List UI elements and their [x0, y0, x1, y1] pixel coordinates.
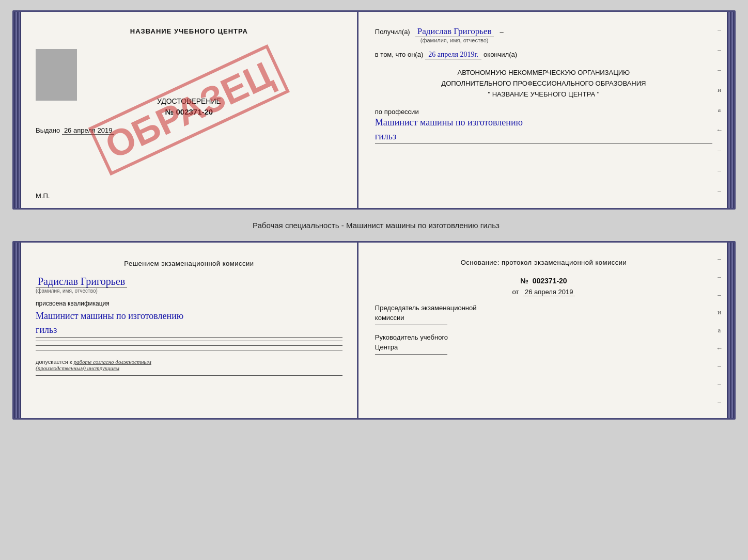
chairman-signature [375, 325, 447, 325]
number-label: № [520, 277, 528, 285]
head-block: Руководитель учебного Центра [375, 333, 712, 355]
org-block: АВТОНОМНУЮ НЕКОММЕРЧЕСКУЮ ОРГАНИЗАЦИЮ ДО… [375, 68, 712, 100]
institution-name-top: НАЗВАНИЕ УЧЕБНОГО ЦЕНТРА [36, 27, 342, 35]
org-name: " НАЗВАНИЕ УЧЕБНОГО ЦЕНТРА " [375, 89, 712, 100]
bottom-right-page: Основание: протокол экзаменационной коми… [359, 243, 727, 418]
bottom-document: Решением экзаменационной комиссии Радисл… [12, 241, 736, 420]
completion-date: 26 апреля 2019г. [425, 51, 481, 59]
number-value: 002371-20 [533, 277, 567, 285]
allow-text-label: допускается к [36, 359, 72, 365]
underline4 [36, 375, 342, 376]
issued-line: Выдано 26 апреля 2019 [36, 126, 342, 134]
profession-block: по профессии Машинист машины по изготовл… [375, 108, 712, 144]
cert-title: УДОСТОВЕРЕНИЕ [36, 97, 342, 105]
mp-label: М.П. [36, 192, 50, 200]
head-label1: Руководитель учебного [375, 333, 712, 341]
received-label: Получил(а) [375, 28, 410, 36]
assigned-label: присвоена квалификация [36, 300, 342, 307]
finished-label: окончил(а) [484, 51, 517, 58]
top-document: НАЗВАНИЕ УЧЕБНОГО ЦЕНТРА ОБРАЗЕЦ УДОСТОВ… [12, 10, 736, 210]
binding-left-bottom [14, 243, 21, 418]
received-line: Получил(а) Радислав Григорьев (фамилия, … [375, 26, 712, 43]
issued-label: Выдано [36, 126, 60, 134]
qual-text1: Машинист машины по изготовлению [36, 309, 342, 323]
chairman-label1: Председатель экзаменационной [375, 304, 712, 312]
person-block: Радислав Григорьев (фамилия, имя, отчест… [36, 276, 342, 294]
chairman-block: Председатель экзаменационной комиссии [375, 304, 712, 325]
recipient-name: Радислав Григорьев [415, 26, 494, 37]
profession-text2: гильз [375, 130, 712, 144]
underline2 [36, 345, 342, 346]
profession-text1: Машинист машины по изготовлению [375, 116, 712, 130]
allow-block: допускается к работе согласно должностны… [36, 359, 342, 371]
cert-number: № 002371-20 [36, 107, 342, 116]
in-that-label: в том, что он(а) [375, 51, 423, 58]
binding-right-bottom [727, 243, 734, 418]
basis-date-line: от 26 апреля 2019 [375, 288, 712, 296]
margin-dashes-top: – – – и а ← – – – [716, 12, 723, 208]
allow-italic1: работе согласно должностным [74, 359, 151, 365]
underline1 [36, 341, 342, 341]
org-line2: ДОПОЛНИТЕЛЬНОГО ПРОФЕССИОНАЛЬНОГО ОБРАЗО… [375, 78, 712, 89]
binding-left [14, 12, 21, 208]
photo-placeholder [36, 49, 77, 101]
decision-text: Решением экзаменационной комиссии [36, 258, 342, 269]
top-left-page: НАЗВАНИЕ УЧЕБНОГО ЦЕНТРА ОБРАЗЕЦ УДОСТОВ… [21, 12, 359, 208]
completion-line: в том, что он(а) 26 апреля 2019г. окончи… [375, 51, 712, 59]
profession-label: по профессии [375, 108, 712, 116]
head-signature [375, 354, 447, 355]
org-line1: АВТОНОМНУЮ НЕКОММЕРЧЕСКУЮ ОРГАНИЗАЦИЮ [375, 68, 712, 78]
bottom-left-page: Решением экзаменационной комиссии Радисл… [21, 243, 359, 418]
binding-right [727, 12, 734, 208]
fio-note-bottom: (фамилия, имя, отчество) [36, 288, 98, 294]
basis-title: Основание: протокол экзаменационной коми… [375, 257, 712, 268]
chairman-label2: комиссии [375, 314, 712, 322]
head-label2: Центра [375, 343, 712, 351]
top-right-page: Получил(а) Радислав Григорьев (фамилия, … [359, 12, 727, 208]
date-value: 26 апреля 2019 [523, 288, 575, 296]
underline3 [36, 350, 342, 350]
section-label: Рабочая специальность - Машинист машины … [248, 218, 500, 233]
date-prefix: от [512, 288, 519, 296]
margin-dashes-bottom: – – – и а ← – – – [716, 243, 723, 418]
basis-number-line: № 002371-20 [375, 277, 712, 285]
fio-note-top: (фамилия, имя, отчество) [420, 37, 489, 43]
qual-text2: гильз [36, 323, 342, 338]
allow-italic2: (производственным) инструкциям [36, 365, 119, 371]
issued-date: 26 апреля 2019 [62, 126, 115, 135]
person-name: Радислав Григорьев [36, 276, 127, 288]
